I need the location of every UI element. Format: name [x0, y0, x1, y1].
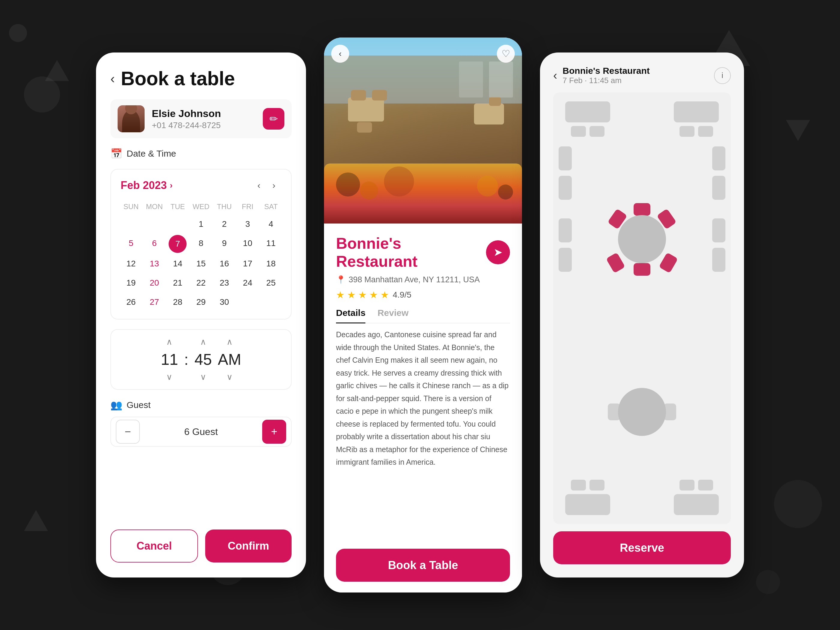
table-top-left-1[interactable] — [565, 101, 610, 122]
period-up-button[interactable]: ∧ — [226, 337, 233, 347]
table-top-right-1[interactable] — [674, 101, 719, 122]
rating-row: ★ ★ ★ ★ ★ 4.9/5 — [336, 289, 510, 301]
cal-day-24[interactable]: 24 — [237, 275, 258, 291]
hour-down-button[interactable]: ∨ — [166, 372, 172, 382]
bottom-round-table[interactable] — [603, 373, 681, 451]
restaurant-image: ‹ ♡ — [324, 38, 522, 224]
minute-value: 45 — [194, 351, 212, 368]
cal-day-13-sun[interactable]: 13 — [144, 255, 165, 272]
tab-details[interactable]: Details — [336, 308, 365, 323]
chair-bl-2 — [589, 480, 605, 491]
star-2: ★ — [347, 289, 356, 301]
restaurant-content: Bonnie's Restaurant ➤ 📍 398 Manhattan Av… — [324, 224, 522, 592]
cal-day-20-sun[interactable]: 20 — [144, 275, 165, 291]
cal-day-15[interactable]: 15 — [191, 255, 212, 272]
chair-bottom — [633, 263, 651, 276]
location-button[interactable]: ➤ — [486, 240, 510, 264]
cal-day-9[interactable]: 9 — [214, 235, 235, 253]
guest-section: 👥 Guest − 6 Guest + — [111, 399, 292, 447]
table-bottom-right[interactable] — [674, 494, 719, 515]
cal-day-6-sun[interactable]: 6 — [144, 235, 165, 253]
cal-day-23[interactable]: 23 — [214, 275, 235, 291]
guest-icon: 👥 — [111, 399, 122, 411]
cal-day-empty — [237, 294, 258, 311]
cal-day-26[interactable]: 26 — [121, 294, 142, 311]
cal-day-30[interactable]: 30 — [214, 294, 235, 311]
cal-day-8[interactable]: 8 — [191, 235, 212, 253]
hour-up-button[interactable]: ∧ — [166, 337, 172, 347]
month-expand-icon[interactable]: › — [170, 181, 172, 190]
map-title-info: Bonnie's Restaurant 7 Feb · 11:45 am — [562, 66, 709, 85]
next-month-button[interactable]: › — [267, 178, 281, 193]
chair-br-1 — [679, 480, 695, 491]
decrease-guest-button[interactable]: − — [116, 420, 140, 444]
chair-top — [633, 203, 651, 216]
star-5: ★ — [381, 289, 389, 301]
side-chair-right-1 — [712, 147, 725, 171]
map-restaurant-name: Bonnie's Restaurant — [562, 66, 709, 76]
cal-day-25[interactable]: 25 — [261, 275, 281, 291]
cal-day-7-selected[interactable]: 7 — [169, 235, 186, 253]
rating-value: 4.9/5 — [393, 290, 411, 300]
side-chair-left-4 — [559, 248, 572, 272]
cal-day-19[interactable]: 19 — [121, 275, 142, 291]
period-down-button[interactable]: ∨ — [226, 372, 233, 382]
info-button[interactable]: i — [714, 67, 731, 84]
confirm-button[interactable]: Confirm — [205, 529, 292, 562]
phone-book-table: ‹ Book a table Elsie Johnson +01 478-244… — [96, 52, 306, 578]
address-text: 398 Manhattan Ave, NY 11211, USA — [349, 275, 480, 284]
favorite-button[interactable]: ♡ — [497, 45, 515, 63]
day-header-wed: WED — [191, 200, 212, 213]
increase-guest-button[interactable]: + — [262, 420, 286, 444]
guest-control: − 6 Guest + — [111, 417, 292, 447]
minute-down-button[interactable]: ∨ — [200, 372, 207, 382]
calendar-nav: Feb 2023 › ‹ › — [121, 178, 281, 193]
cal-day-3[interactable]: 3 — [237, 216, 258, 232]
book-table-button[interactable]: Book a Table — [336, 549, 510, 582]
calendar-icon: 📅 — [111, 148, 122, 159]
cal-day-empty — [167, 216, 188, 232]
center-round-table[interactable] — [603, 200, 681, 278]
cal-day-17[interactable]: 17 — [237, 255, 258, 272]
side-chair-left-2 — [559, 176, 572, 200]
prev-month-button[interactable]: ‹ — [251, 178, 267, 193]
cal-day-2[interactable]: 2 — [214, 216, 235, 232]
calendar-month: Feb 2023 › — [121, 179, 251, 192]
day-header-tue: TUE — [167, 200, 188, 213]
pin-icon: 📍 — [336, 275, 346, 284]
time-separator: : — [184, 351, 188, 368]
cal-day-29[interactable]: 29 — [191, 294, 212, 311]
reserve-button[interactable]: Reserve — [553, 531, 731, 564]
cal-day-16[interactable]: 16 — [214, 255, 235, 272]
cal-day-11[interactable]: 11 — [261, 235, 281, 253]
day-header-mon: MON — [144, 200, 165, 213]
cal-day-5-sat[interactable]: 5 — [121, 235, 142, 253]
tab-review[interactable]: Review — [377, 308, 408, 323]
minute-up-button[interactable]: ∧ — [200, 337, 207, 347]
table-map-area — [553, 92, 731, 524]
cal-day-10[interactable]: 10 — [237, 235, 258, 253]
action-buttons: Cancel Confirm — [111, 529, 292, 562]
calendar: Feb 2023 › ‹ › SUN MON TUE WED THU FRI S… — [111, 169, 292, 319]
guest-label: 👥 Guest — [111, 399, 292, 411]
chair-bottom-right — [659, 253, 678, 273]
image-back-button[interactable]: ‹ — [331, 45, 349, 63]
back-button[interactable]: ‹ — [111, 72, 115, 85]
page-title: Book a table — [121, 68, 235, 90]
cal-day-12[interactable]: 12 — [121, 255, 142, 272]
map-back-button[interactable]: ‹ — [553, 69, 557, 82]
cal-day-21[interactable]: 21 — [167, 275, 188, 291]
cal-day-1[interactable]: 1 — [191, 216, 212, 232]
cal-day-27-sun[interactable]: 27 — [144, 294, 165, 311]
edit-button[interactable]: ✏ — [263, 108, 284, 129]
chair-bl-1 — [571, 480, 586, 491]
cal-day-14[interactable]: 14 — [167, 255, 188, 272]
cancel-button[interactable]: Cancel — [111, 529, 198, 562]
cal-day-empty — [121, 216, 142, 232]
cal-day-22[interactable]: 22 — [191, 275, 212, 291]
table-bottom-left[interactable] — [565, 494, 610, 515]
cal-day-28[interactable]: 28 — [167, 294, 188, 311]
cal-day-18[interactable]: 18 — [261, 255, 281, 272]
chair-tr-1 — [679, 126, 695, 137]
cal-day-4[interactable]: 4 — [261, 216, 281, 232]
